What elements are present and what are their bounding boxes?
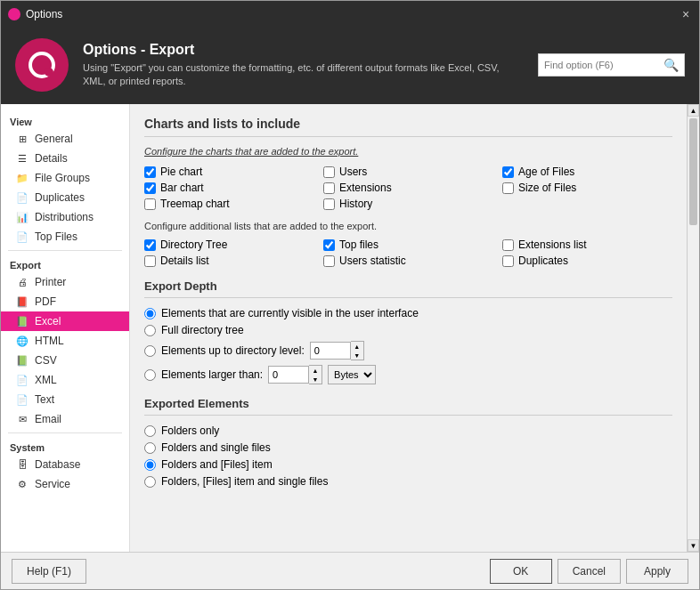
radio-larger-than[interactable]: Elements larger than: ▲ ▼ Bytes KB MB [144,365,672,384]
radio-folders-files-item-single[interactable]: Folders, [Files] item and single files [144,475,672,488]
radio-folders-only[interactable]: Folders only [144,424,672,437]
app-logo [15,38,69,92]
checkbox-extensions-list[interactable]: Extensions list [502,238,672,251]
sidebar-item-label: Excel [35,315,61,327]
visible-label: Elements that are currently visible in t… [161,307,419,319]
extensions-checkbox[interactable] [323,182,335,194]
sidebar-item-html[interactable]: 🌐 HTML [1,331,129,351]
charts-grid: Pie chart Users Age of Files Bar ch [144,166,672,210]
sidebar-item-label: Printer [35,276,66,288]
sidebar-item-details[interactable]: ☰ Details [1,149,129,168]
sidebar-item-pdf[interactable]: 📕 PDF [1,292,129,311]
checkbox-directory-tree[interactable]: Directory Tree [144,238,314,251]
duplicates-list-checkbox[interactable] [502,255,514,267]
visible-radio[interactable] [144,308,156,319]
size-up-button[interactable]: ▲ [309,366,322,375]
users-checkbox[interactable] [323,166,335,178]
bar-chart-checkbox[interactable] [144,182,156,194]
header-title: Options - Export [83,42,524,58]
size-input[interactable] [268,366,309,384]
checkbox-users[interactable]: Users [323,166,493,178]
radio-up-to-level[interactable]: Elements up to directory level: ▲ ▼ [144,341,672,360]
radio-folders-files-item[interactable]: Folders and [Files] item [144,458,672,471]
checkbox-age-of-files[interactable]: Age of Files [502,166,672,178]
checkbox-top-files-list[interactable]: Top files [323,238,493,251]
folders-single-radio[interactable] [144,442,156,454]
checkbox-size-of-files[interactable]: Size of Files [502,182,672,194]
age-of-files-checkbox[interactable] [502,166,514,178]
header-search-box[interactable]: 🔍 [538,53,685,77]
sidebar-item-email[interactable]: ✉ Email [1,409,129,429]
sidebar-item-top-files[interactable]: 📄 Top Files [1,227,129,247]
sidebar-view-label: View [1,111,129,129]
larger-than-radio[interactable] [144,369,156,381]
help-button[interactable]: Help (F1) [12,559,86,584]
radio-visible[interactable]: Elements that are currently visible in t… [144,307,672,319]
footer-right: OK Cancel Apply [490,559,688,584]
pie-chart-checkbox[interactable] [144,166,156,178]
size-of-files-checkbox[interactable] [502,182,514,194]
sidebar-item-excel[interactable]: 📗 Excel [1,311,129,331]
sidebar-item-distributions[interactable]: 📊 Distributions [1,207,129,227]
apply-button[interactable]: Apply [626,559,688,584]
sidebar-item-xml[interactable]: 📄 XML [1,370,129,390]
radio-folders-single[interactable]: Folders and single files [144,441,672,454]
level-down-button[interactable]: ▼ [351,351,363,360]
level-input[interactable] [310,342,351,360]
scroll-up-button[interactable]: ▲ [688,104,699,117]
checkbox-duplicates-list[interactable]: Duplicates [502,255,672,267]
sidebar-item-duplicates[interactable]: 📄 Duplicates [1,188,129,207]
sidebar-export-label: Export [1,255,129,272]
checkbox-extensions[interactable]: Extensions [323,182,493,194]
extensions-list-checkbox[interactable] [502,239,514,251]
sidebar-item-service[interactable]: ⚙ Service [1,474,129,494]
sidebar-item-printer[interactable]: 🖨 Printer [1,272,129,292]
treemap-chart-checkbox[interactable] [144,198,156,210]
top-files-list-checkbox[interactable] [323,239,335,251]
directory-tree-checkbox[interactable] [144,239,156,251]
checkbox-history[interactable]: History [323,198,493,210]
details-list-checkbox[interactable] [144,255,156,267]
sidebar-item-text[interactable]: 📄 Text [1,390,129,409]
checkbox-bar-chart[interactable]: Bar chart [144,182,314,194]
checkbox-details-list[interactable]: Details list [144,255,314,267]
checkbox-pie-chart[interactable]: Pie chart [144,166,314,178]
unit-select[interactable]: Bytes KB MB GB [328,365,376,384]
csv-icon: 📗 [15,353,29,368]
sidebar-item-file-groups[interactable]: 📁 File Groups [1,168,129,188]
folders-files-item-radio[interactable] [144,459,156,471]
scrollbar[interactable]: ▲ ▼ [687,104,699,552]
cancel-button[interactable]: Cancel [558,559,621,584]
database-icon: 🗄 [15,457,29,472]
sidebar-item-general[interactable]: ⊞ General [1,129,129,149]
sidebar-item-database[interactable]: 🗄 Database [1,455,129,474]
level-spinner-buttons: ▲ ▼ [351,341,364,360]
close-button[interactable]: × [680,8,692,20]
checkbox-treemap-chart[interactable]: Treemap chart [144,198,314,210]
bar-chart-label: Bar chart [160,182,204,194]
full-dir-radio[interactable] [144,325,156,336]
checkbox-users-statistic[interactable]: Users statistic [323,255,493,267]
sidebar-system-label: System [1,437,129,455]
distributions-icon: 📊 [15,210,29,224]
scroll-down-button[interactable]: ▼ [688,539,699,552]
ok-button[interactable]: OK [490,559,552,584]
folders-only-radio[interactable] [144,425,156,437]
configure-lists-desc: Configure additional lists that are adde… [144,221,672,231]
search-input[interactable] [544,60,660,70]
history-label: History [339,198,372,210]
age-of-files-label: Age of Files [518,166,574,178]
sidebar-item-csv[interactable]: 📗 CSV [1,351,129,370]
up-to-level-radio[interactable] [144,345,156,357]
users-statistic-checkbox[interactable] [323,255,335,267]
level-up-button[interactable]: ▲ [351,342,363,351]
radio-full-dir[interactable]: Full directory tree [144,324,672,336]
scroll-thumb[interactable] [689,118,697,225]
options-window: Options × Options - Export Using "Export… [0,0,700,590]
size-down-button[interactable]: ▼ [309,375,322,384]
sidebar-item-label: PDF [35,295,56,308]
configure-lists-text: Configure additional lists that are adde… [144,221,377,231]
export-depth-title: Export Depth [144,279,672,298]
folders-files-item-single-radio[interactable] [144,476,156,488]
history-checkbox[interactable] [323,198,335,210]
